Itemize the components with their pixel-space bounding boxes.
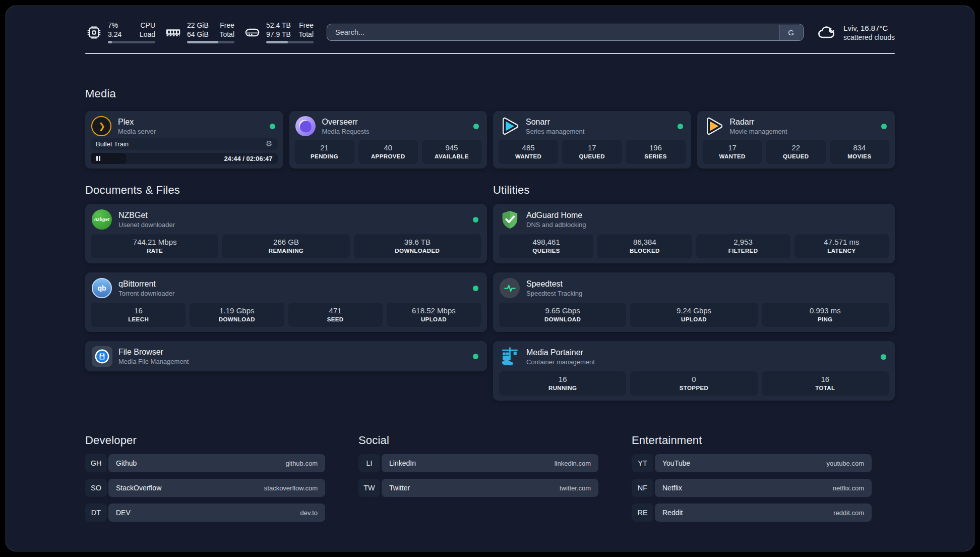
stat-label: LATENCY: [827, 248, 855, 254]
service-subtitle: Media File Management: [118, 357, 467, 366]
stat-label: SEED: [327, 317, 344, 323]
bookmark-abbr: NF: [632, 479, 653, 497]
bookmark-link-dev[interactable]: DTDEVdev.to: [85, 504, 325, 522]
status-dot-online: [473, 124, 479, 129]
usage-progress-bar: [108, 41, 155, 43]
stat-label: BLOCKED: [630, 248, 660, 254]
service-name: Media Portainer: [526, 348, 875, 358]
bookmark-url: stackoverflow.com: [264, 484, 318, 492]
stat-tile-download: 9.65 GbpsDOWNLOAD: [499, 303, 626, 327]
service-card-filebrowser[interactable]: File BrowserMedia File Management: [85, 341, 487, 371]
bookmark-group-title: Developer: [85, 434, 325, 447]
stat-tile-download: 1.19 GbpsDOWNLOAD: [190, 303, 284, 327]
bookmark-link-github[interactable]: GHGithubgithub.com: [85, 454, 325, 472]
bookmark-link-linkedin[interactable]: LILinkedInlinkedin.com: [358, 454, 598, 472]
section-utilities: Utilities AdGuard HomeDNS and adblocking…: [493, 184, 895, 401]
stat-value: 618.52 Mbps: [412, 307, 456, 314]
stat-label: TOTAL: [815, 385, 835, 392]
stat-tile-leech: 16LEECH: [91, 303, 186, 327]
stat-tile-stopped: 0STOPPED: [630, 371, 757, 396]
bookmark-url: twitter.com: [560, 484, 591, 492]
service-name: Speedtest: [526, 279, 889, 289]
stat-values: 52.4 TB97.9 TB: [266, 21, 291, 39]
system-stat-cpu: 7%3.24CPULoad: [85, 21, 155, 43]
service-card-sonarr[interactable]: SonarrSeries management485WANTED17QUEUED…: [493, 111, 691, 169]
stat-tile-upload: 9.24 GbpsUPLOAD: [630, 303, 757, 327]
stat-label: RATE: [147, 248, 163, 254]
stat-label: QUEUED: [579, 154, 605, 160]
status-dot-online: [881, 124, 887, 129]
system-stat-memory: 22 GiB64 GiBFreeTotal: [164, 21, 234, 43]
stat-label: WANTED: [719, 154, 745, 160]
playback-progress-bar[interactable]: 24:44 / 02:06:47: [91, 153, 278, 164]
bookmark-link-reddit[interactable]: RERedditreddit.com: [632, 504, 872, 522]
stat-label: REMAINING: [269, 248, 303, 254]
stat-value: 266 GB: [273, 238, 299, 246]
stat-value: 744.21 Mbps: [133, 238, 177, 246]
search-input[interactable]: [327, 24, 804, 41]
service-name: NZBGet: [118, 210, 467, 220]
bookmark-group-entertainment: EntertainmentYTYouTubeyoutube.comNFNetfl…: [632, 434, 872, 522]
stat-tile-wanted: 485WANTED: [499, 140, 558, 164]
section-title-media: Media: [85, 87, 895, 100]
weather-location-temp: Lviv, 16.87°C: [843, 23, 895, 33]
service-card-adguard[interactable]: AdGuard HomeDNS and adblocking498,461QUE…: [493, 204, 895, 263]
stat-label: DOWNLOAD: [219, 317, 255, 323]
stat-label: RUNNING: [548, 385, 577, 392]
usage-progress-bar: [266, 41, 314, 43]
bookmark-abbr: GH: [85, 454, 107, 472]
service-card-overseerr[interactable]: OverseerrMedia Requests21PENDING40APPROV…: [289, 111, 487, 169]
stat-value: 17: [588, 144, 596, 151]
service-name: qBittorrent: [118, 279, 467, 289]
bookmark-url: github.com: [285, 460, 318, 467]
disk-icon: [243, 24, 261, 41]
speedtest-icon: [499, 277, 520, 299]
stat-tile-available: 945AVAILABLE: [422, 140, 481, 164]
bookmark-link-netflix[interactable]: NFNetflixnetflix.com: [632, 479, 872, 497]
bookmark-link-twitter[interactable]: TWTwittertwitter.com: [358, 479, 598, 497]
bookmark-url: youtube.com: [827, 460, 864, 467]
service-card-radarr[interactable]: RadarrMovie management17WANTED22QUEUED83…: [697, 111, 895, 169]
stat-label: APPROVED: [371, 154, 405, 160]
filebrowser-icon: [91, 346, 112, 367]
service-card-speedtest[interactable]: SpeedtestSpeedtest Tracking9.65 GbpsDOWN…: [493, 272, 895, 332]
stat-value: 21: [320, 144, 329, 151]
gear-icon[interactable]: ⚙: [266, 140, 272, 148]
section-title-documents: Documents & Files: [85, 184, 487, 197]
bookmark-url: netflix.com: [833, 484, 864, 492]
now-playing-bar[interactable]: Bullet Train⚙: [91, 138, 278, 150]
stat-value: 0: [692, 375, 696, 383]
stat-label: MOVIES: [847, 154, 871, 160]
service-subtitle: Media Requests: [322, 127, 468, 136]
stat-tile-blocked: 86,384BLOCKED: [597, 234, 692, 258]
playback-time: 24:44 / 02:06:47: [224, 155, 277, 162]
stat-label: AVAILABLE: [435, 154, 469, 160]
stat-value: 17: [728, 144, 737, 151]
service-card-qbittorrent[interactable]: qbqBittorrentTorrent downloader16LEECH1.…: [85, 272, 487, 332]
stat-label: UPLOAD: [421, 317, 447, 323]
service-name: File Browser: [118, 347, 467, 357]
bookmark-url: linkedin.com: [555, 460, 591, 467]
search-engine-button[interactable]: G: [779, 25, 803, 40]
stat-label: QUEUED: [783, 154, 809, 160]
service-name: Overseerr: [322, 117, 468, 127]
service-name: AdGuard Home: [526, 210, 889, 220]
stat-label: UPLOAD: [681, 317, 707, 323]
bookmark-link-stackoverflow[interactable]: SOStackOverflowstackoverflow.com: [85, 479, 325, 497]
bookmark-name: DEV: [116, 509, 131, 517]
service-card-nzbget[interactable]: nzbgetNZBGetUsenet downloader744.21 Mbps…: [85, 204, 487, 263]
stat-value: 86,384: [633, 238, 656, 246]
service-subtitle: Media server: [118, 127, 264, 136]
media-cards: ❯PlexMedia serverBullet Train⚙24:44 / 02…: [85, 111, 895, 169]
service-card-portainer[interactable]: Media PortainerContainer management16RUN…: [493, 341, 895, 401]
section-documents: Documents & Files nzbgetNZBGetUsenet dow…: [85, 184, 487, 401]
bookmark-link-youtube[interactable]: YTYouTubeyoutube.com: [632, 454, 872, 472]
stat-value: 471: [329, 307, 342, 314]
stat-label: WANTED: [515, 154, 541, 160]
cpu-icon: [85, 24, 102, 41]
stat-value: 485: [522, 144, 535, 151]
bookmark-abbr: YT: [632, 454, 653, 472]
service-card-plex[interactable]: ❯PlexMedia serverBullet Train⚙24:44 / 02…: [85, 111, 283, 169]
bookmark-name: YouTube: [662, 459, 690, 467]
stat-value: 16: [821, 375, 829, 383]
